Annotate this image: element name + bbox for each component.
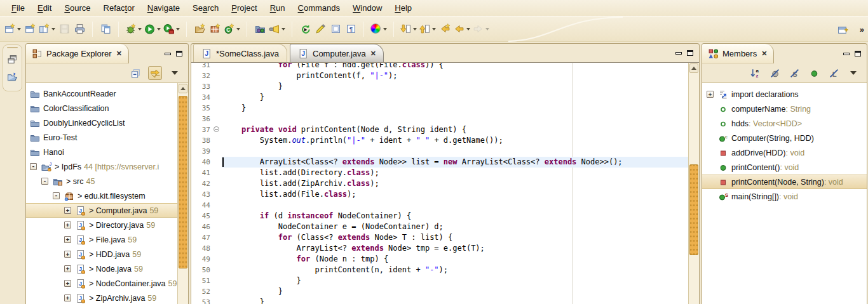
code-line-40[interactable]: 40 ArrayList<Class<? extends Node>> list… [191, 157, 688, 168]
code-line-52[interactable]: 52 } [191, 286, 688, 297]
minimize-icon[interactable] [165, 53, 171, 55]
expand-toggle-icon[interactable]: + [64, 251, 71, 258]
code-line-36[interactable]: 36 [191, 114, 688, 124]
tree-item-computer.java[interactable]: +J> Computer.java59 [26, 203, 188, 218]
dropdown-chevron-icon[interactable] [51, 28, 55, 30]
tree-item-file.java[interactable]: +J> File.java59 [26, 232, 188, 247]
new-wizard-button[interactable] [3, 22, 22, 37]
package-explorer-view-tab[interactable]: Package Explorer ✕ [26, 44, 129, 63]
collapse-toggle-icon[interactable]: - [30, 163, 37, 170]
menu-refactor[interactable]: Refactor [97, 1, 141, 15]
menu-commands[interactable]: Commands [292, 1, 346, 15]
dropdown-chevron-icon[interactable] [413, 28, 417, 30]
search-flashlight-button[interactable] [268, 22, 287, 37]
save-button[interactable] [57, 22, 72, 37]
tree-item-bankaccountreader[interactable]: BankAccountReader [26, 86, 188, 101]
tree-item-directory.java[interactable]: +J> Directory.java59 [26, 218, 188, 232]
scrollbar-thumb[interactable] [689, 164, 698, 255]
relaunch-button[interactable] [297, 22, 313, 37]
editor-tab-computer.java[interactable]: JComputer.java✕ [290, 44, 384, 62]
print-button[interactable] [72, 22, 87, 37]
package-explorer-scrollbar[interactable] [177, 83, 188, 304]
code-line-51[interactable]: 51 } [191, 275, 688, 286]
member-item-computername[interactable]: computerName : String [702, 102, 867, 116]
code-line-44[interactable]: 44 [191, 200, 688, 211]
maximize-icon[interactable] [176, 51, 182, 56]
collapse-all-button[interactable] [128, 66, 142, 80]
run-button[interactable] [143, 22, 162, 37]
menu-window[interactable]: Window [346, 1, 388, 15]
fast-view-grip[interactable] [7, 47, 18, 48]
member-item-import-declarations[interactable]: +import declarations [702, 87, 867, 102]
tree-item-src[interactable]: -> src45 [26, 174, 188, 188]
hide-fields-button[interactable] [768, 66, 782, 80]
dropdown-chevron-icon[interactable] [176, 28, 180, 30]
open-type-button[interactable] [252, 22, 268, 37]
forward-button[interactable] [471, 22, 491, 37]
new-java-project-button[interactable] [192, 22, 207, 37]
tree-item-hdd.java[interactable]: +J> HDD.java59 [26, 247, 188, 261]
code-line-49[interactable]: 49 for (Node n : tmp) { [191, 254, 688, 265]
code-editor[interactable]: 31 for (File f : hdd.get(File.class)) {3… [191, 63, 699, 304]
scroll-up-arrow[interactable] [179, 84, 187, 93]
code-line-34[interactable]: 34 } [191, 92, 688, 103]
package-explorer-close-icon[interactable]: ✕ [116, 50, 123, 58]
menu-help[interactable]: Help [388, 1, 418, 15]
minimize-icon[interactable] [843, 53, 850, 55]
last-edit-location-button[interactable] [437, 22, 452, 37]
editor-scrollbar[interactable] [688, 63, 699, 304]
fold-collapse-icon[interactable] [213, 124, 222, 135]
menu-project[interactable]: Project [225, 1, 263, 15]
code-line-48[interactable]: 48 ArrayList<? extends Node> tmp = e.get… [191, 243, 688, 254]
code-line-31[interactable]: 31 for (File f : hdd.get(File.class)) { [191, 63, 688, 70]
next-annotation-button[interactable] [399, 22, 418, 37]
code-line-46[interactable]: 46 NodeContainer e = (NodeContainer) d; [191, 221, 688, 232]
tree-item-euro-test[interactable]: Euro-Test [26, 130, 188, 145]
tree-item-hanoi[interactable]: Hanoi [26, 145, 188, 159]
expand-toggle-icon[interactable]: + [64, 265, 71, 272]
collapse-toggle-icon[interactable]: - [41, 178, 48, 185]
expand-toggle-icon[interactable]: + [64, 236, 71, 243]
code-line-53[interactable]: 53 } [191, 297, 688, 304]
code-line-45[interactable]: 45 if (d instanceof NodeContainer) { [191, 211, 688, 221]
code-line-47[interactable]: 47 for (Class<? extends Node> T : list) … [191, 232, 688, 243]
pilcrow-box-button[interactable]: ¶ [343, 22, 358, 37]
tree-item-node.java[interactable]: +J> Node.java59 [26, 261, 188, 276]
code-line-50[interactable]: 50 printContent(n, ident + "-"); [191, 265, 688, 275]
run-external-button[interactable] [162, 22, 181, 37]
tab-close-icon[interactable]: ✕ [370, 50, 377, 58]
new-view-button[interactable] [37, 22, 57, 37]
code-line-38[interactable]: 38 System.out.println("|-" + ident + " "… [191, 135, 688, 146]
tree-item-ipdfs[interactable]: -J> IpdFs44 [https://svnserver.i [26, 159, 188, 174]
expand-toggle-icon[interactable]: + [64, 294, 71, 301]
restore-windows-button[interactable] [6, 52, 20, 66]
prev-annotation-button[interactable] [418, 22, 437, 37]
editor-tab-someclass.java[interactable]: J*SomeClass.java [193, 44, 287, 62]
menu-navigate[interactable]: Navigate [141, 1, 186, 15]
member-item-hdds[interactable]: hdds : Vector<HDD> [702, 116, 867, 131]
members-close-icon[interactable]: ✕ [761, 50, 768, 58]
expand-toggle-icon[interactable]: + [64, 207, 71, 214]
member-item-printcontent[interactable]: printContent(Node, String) : void [702, 175, 867, 189]
tree-item-ziparchiv.java[interactable]: +J> ZipArchiv.java59 [26, 291, 188, 304]
code-line-39[interactable]: 39 [191, 146, 688, 157]
members-view-tab[interactable]: Members ✕ [702, 44, 774, 63]
color-wheel-button[interactable] [369, 22, 388, 37]
dropdown-chevron-icon[interactable] [383, 28, 387, 30]
code-line-41[interactable]: 41 list.add(Directory.class); [191, 168, 688, 178]
scrollbar-thumb[interactable] [179, 96, 187, 268]
code-line-32[interactable]: 32 printContent(f, "|-"); [191, 70, 688, 81]
hide-static-members-button[interactable]: S [787, 66, 801, 80]
show-public-members-button[interactable] [807, 66, 821, 80]
dropdown-chevron-icon[interactable] [138, 28, 142, 30]
toolbar-overflow-button[interactable]: » [860, 25, 863, 34]
dropdown-chevron-icon[interactable] [466, 28, 470, 30]
view-menu-button[interactable] [846, 66, 860, 80]
menu-edit[interactable]: Edit [31, 1, 58, 15]
dropdown-chevron-icon[interactable] [236, 28, 240, 30]
new-package-button[interactable] [207, 22, 222, 37]
dropdown-chevron-icon[interactable] [485, 28, 489, 30]
collapse-toggle-icon[interactable]: - [53, 192, 60, 199]
tree-item-edu.kit.filesystem[interactable]: -> edu.kit.filesystem [26, 188, 188, 203]
menu-source[interactable]: Source [58, 1, 97, 15]
